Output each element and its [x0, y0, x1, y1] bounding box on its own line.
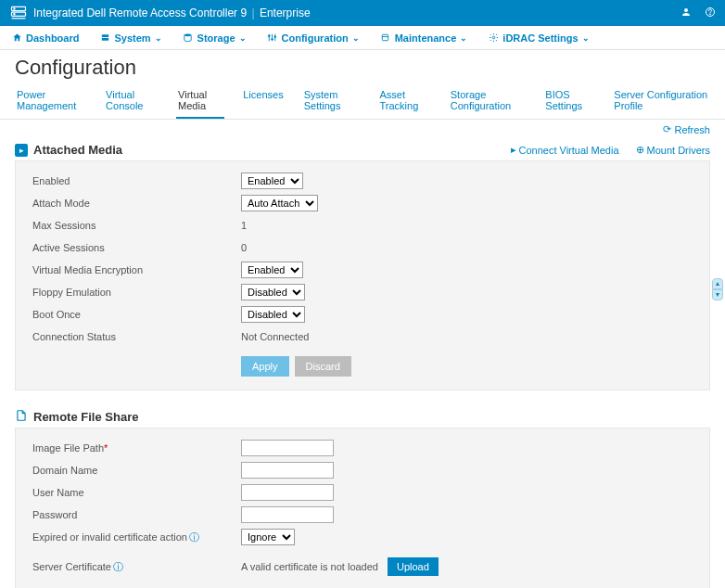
- caret-down-icon: ⌄: [239, 33, 247, 43]
- section-title-group: ▸ Attached Media: [15, 143, 122, 157]
- refresh-link[interactable]: ⟳Refresh: [663, 123, 710, 135]
- tab-power[interactable]: Power Management: [15, 83, 87, 119]
- rfs-header: Remote File Share: [7, 405, 718, 428]
- mount-drivers-link[interactable]: ⊕Mount Drivers: [636, 144, 710, 156]
- storage-icon: [183, 32, 194, 44]
- nav-system-label: System: [114, 32, 150, 44]
- caret-down-icon: ⌄: [582, 33, 590, 43]
- play-icon: ▸: [511, 144, 516, 156]
- rfs-panel: Image File Path* Domain Name User Name P…: [15, 428, 710, 588]
- info-icon[interactable]: ⓘ: [113, 561, 123, 572]
- nav-storage-label: Storage: [197, 32, 235, 44]
- tab-virtual-media[interactable]: Virtual Media: [176, 83, 224, 119]
- password-input[interactable]: [241, 506, 334, 523]
- attach-mode-select[interactable]: Auto Attach: [241, 195, 318, 211]
- connect-vm-label: Connect Virtual Media: [519, 145, 619, 156]
- home-icon: [11, 32, 22, 44]
- tab-virtual-console[interactable]: Virtual Console: [104, 83, 159, 119]
- connect-virtual-media-link[interactable]: ▸Connect Virtual Media: [511, 144, 619, 156]
- conn-status-label: Connection Status: [32, 331, 241, 342]
- file-icon: [15, 409, 28, 424]
- main-navbar: Dashboard System⌄ Storage⌄ Configuration…: [0, 26, 725, 50]
- rfs-title: Remote File Share: [33, 410, 138, 424]
- floppy-select[interactable]: Disabled: [241, 284, 305, 300]
- caret-down-icon: ⌄: [460, 33, 467, 43]
- nav-idrac-label: iDRAC Settings: [502, 32, 578, 44]
- svg-point-3: [14, 14, 15, 15]
- tab-storage-config[interactable]: Storage Configuration: [449, 83, 528, 119]
- attached-media-header: ▸ Attached Media ▸Connect Virtual Media …: [7, 139, 718, 160]
- tab-licenses[interactable]: Licenses: [241, 83, 285, 119]
- domain-label: Domain Name: [32, 465, 241, 476]
- boot-once-select[interactable]: Disabled: [241, 306, 305, 323]
- user-input[interactable]: [241, 484, 334, 501]
- config-tabs: Power Management Virtual Console Virtual…: [0, 83, 725, 120]
- nav-system[interactable]: System⌄: [99, 32, 161, 44]
- password-label: Password: [32, 509, 241, 520]
- nav-configuration[interactable]: Configuration⌄: [267, 32, 360, 44]
- nav-maintenance-label: Maintenance: [395, 32, 457, 44]
- caret-down-icon: ⌄: [155, 33, 162, 43]
- encryption-label: Virtual Media Encryption: [32, 264, 241, 275]
- tab-server-config-profile[interactable]: Server Configuration Profile: [612, 83, 710, 119]
- info-icon[interactable]: ⓘ: [189, 531, 199, 543]
- nav-configuration-label: Configuration: [282, 32, 349, 44]
- user-label: User Name: [32, 487, 241, 498]
- enabled-select[interactable]: Enabled: [241, 173, 303, 189]
- tab-bios[interactable]: BIOS Settings: [543, 83, 595, 119]
- apply-button[interactable]: Apply: [241, 356, 289, 377]
- attached-media-title: Attached Media: [33, 143, 122, 157]
- rfs-title-group: Remote File Share: [15, 409, 138, 424]
- product-logo-icon: [9, 4, 28, 22]
- product-title: Integrated Dell Remote Access Controller…: [33, 6, 247, 19]
- discard-button[interactable]: Discard: [295, 356, 351, 377]
- svg-point-14: [268, 35, 270, 37]
- svg-rect-17: [382, 34, 388, 40]
- floppy-label: Floppy Emulation: [32, 287, 241, 298]
- server-icon: [99, 32, 110, 44]
- server-cert-label: Server Certificateⓘ: [32, 560, 241, 574]
- svg-point-7: [710, 14, 711, 15]
- wrench-icon: [380, 32, 391, 44]
- help-icon[interactable]: [705, 6, 716, 19]
- active-sessions-value: 0: [241, 242, 247, 253]
- domain-input[interactable]: [241, 462, 334, 479]
- server-cert-status: A valid certificate is not loaded: [241, 561, 378, 572]
- svg-point-15: [272, 38, 273, 40]
- encryption-select[interactable]: Enabled: [241, 262, 303, 278]
- nav-dashboard[interactable]: Dashboard: [11, 32, 79, 44]
- tab-asset-tracking[interactable]: Asset Tracking: [377, 83, 431, 119]
- cert-action-select[interactable]: Ignore: [241, 529, 295, 545]
- refresh-row: ⟳Refresh: [0, 120, 725, 139]
- mount-drivers-label: Mount Drivers: [647, 145, 710, 156]
- upload-button[interactable]: Upload: [388, 557, 439, 576]
- app-header: Integrated Dell Remote Access Controller…: [0, 0, 725, 26]
- mount-icon: ⊕: [636, 144, 644, 156]
- header-right: [680, 6, 716, 19]
- scroll-hint[interactable]: ▴▾: [712, 278, 723, 300]
- max-sessions-label: Max Sessions: [32, 220, 241, 231]
- sliders-icon: [267, 32, 278, 44]
- collapse-icon[interactable]: ▸: [15, 144, 28, 157]
- svg-rect-8: [102, 34, 108, 37]
- max-sessions-value: 1: [241, 220, 247, 231]
- gear-icon: [488, 32, 499, 44]
- svg-point-5: [684, 8, 688, 12]
- nav-maintenance[interactable]: Maintenance⌄: [380, 32, 468, 44]
- scroll-down-icon[interactable]: ▾: [712, 289, 723, 300]
- user-icon[interactable]: [680, 6, 692, 19]
- refresh-icon: ⟳: [663, 123, 671, 135]
- attached-media-section: ▸ Attached Media ▸Connect Virtual Media …: [0, 139, 725, 390]
- image-path-input[interactable]: [241, 440, 334, 456]
- svg-point-10: [184, 33, 191, 36]
- scroll-up-icon[interactable]: ▴: [712, 278, 723, 289]
- nav-idrac[interactable]: iDRAC Settings⌄: [488, 32, 589, 44]
- header-left: Integrated Dell Remote Access Controller…: [9, 4, 311, 22]
- remote-file-share-section: Remote File Share Image File Path* Domai…: [0, 405, 725, 588]
- attached-media-actions: ▸Connect Virtual Media ⊕Mount Drivers: [511, 144, 711, 156]
- nav-storage[interactable]: Storage⌄: [183, 32, 247, 44]
- boot-once-label: Boot Once: [32, 309, 241, 320]
- tab-system-settings[interactable]: System Settings: [302, 83, 362, 119]
- svg-rect-9: [102, 38, 108, 41]
- nav-dashboard-label: Dashboard: [26, 32, 79, 44]
